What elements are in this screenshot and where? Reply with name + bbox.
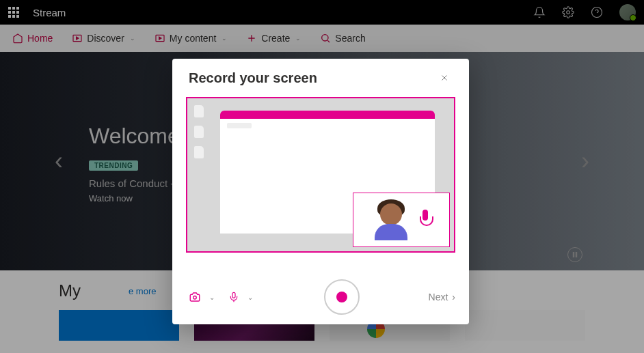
preview-thumbnails — [194, 105, 204, 158]
chevron-right-icon: › — [452, 292, 455, 302]
screen-preview — [186, 97, 455, 253]
recording-options: ⌄ ⌄ — [186, 288, 256, 306]
record-screen-dialog: Record your screen ⌄ ⌄ — [172, 59, 469, 324]
microphone-illustration — [418, 210, 432, 230]
next-label: Next — [429, 292, 448, 302]
camera-options-dropdown[interactable]: ⌄ — [206, 294, 217, 301]
microphone-options-dropdown[interactable]: ⌄ — [245, 294, 256, 301]
webcam-preview — [353, 193, 450, 247]
close-button[interactable] — [436, 70, 453, 86]
dialog-title: Record your screen — [189, 70, 317, 86]
record-icon — [336, 292, 347, 302]
next-button[interactable]: Next › — [429, 292, 455, 302]
microphone-icon[interactable] — [226, 288, 242, 306]
camera-icon[interactable] — [186, 288, 204, 306]
svg-rect-8 — [232, 292, 235, 298]
person-illustration — [371, 199, 412, 240]
record-button[interactable] — [324, 279, 360, 315]
svg-point-7 — [193, 296, 197, 300]
